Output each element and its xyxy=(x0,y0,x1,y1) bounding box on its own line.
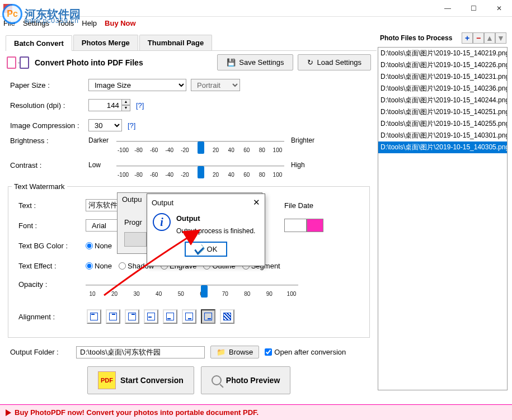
compression-select[interactable]: 30 xyxy=(88,119,122,131)
file-item[interactable]: D:\tools\桌面\图片\2019-10-15_140305.png xyxy=(378,141,507,153)
app-icon xyxy=(3,4,12,13)
titlebar: — ☐ ✕ xyxy=(0,0,512,17)
align-ml[interactable] xyxy=(144,309,158,324)
file-item[interactable]: D:\tools\桌面\图片\2019-10-15_140231.png xyxy=(378,71,507,83)
maximize-button[interactable]: ☐ xyxy=(461,0,486,17)
dpi-down[interactable]: ▼ xyxy=(121,105,130,111)
file-item[interactable]: D:\tools\桌面\图片\2019-10-15_140236.png xyxy=(378,83,507,95)
menu-buy-now[interactable]: Buy Now xyxy=(105,19,136,27)
file-list-title: Photo Files to Process xyxy=(380,34,452,42)
menubar: File Settings Tools Help Buy Now xyxy=(0,17,512,29)
opacity-slider[interactable] xyxy=(86,285,298,286)
output-folder-input[interactable] xyxy=(76,346,205,358)
paper-size-select[interactable]: Image Size xyxy=(88,79,186,91)
file-date-label: File Date xyxy=(284,201,313,210)
resolution-input[interactable] xyxy=(88,99,122,111)
move-up-button[interactable]: ▲ xyxy=(484,32,495,44)
main-tabs: Batch Convert Photos Merge Thumbnail Pag… xyxy=(6,35,377,51)
pdf-icon: PDF xyxy=(98,371,116,389)
footer-text: Buy PhotoPDF now! Convert your photos in… xyxy=(15,408,259,417)
add-file-button[interactable]: + xyxy=(462,32,473,44)
bgcolor-none-radio[interactable]: None xyxy=(86,242,112,250)
remove-file-button[interactable]: − xyxy=(473,32,484,44)
tab-thumbnail-page[interactable]: Thumbnail Page xyxy=(139,35,212,50)
align-bl[interactable] xyxy=(163,309,177,324)
alignment-label: Alignment : xyxy=(18,313,86,321)
dialog-message: Output process is finished. xyxy=(176,227,255,235)
menu-settings[interactable]: Settings xyxy=(23,19,49,27)
compression-label: Image Compression : xyxy=(10,121,88,130)
tab-batch-convert[interactable]: Batch Convert xyxy=(6,35,72,51)
font-label: Font : xyxy=(18,221,86,230)
text-label: Text : xyxy=(18,201,86,210)
contrast-min-label: Low xyxy=(88,161,116,169)
contrast-slider[interactable] xyxy=(116,166,284,167)
filedate-color-swatch[interactable] xyxy=(284,219,307,232)
paper-size-label: Paper Size : xyxy=(10,81,88,89)
file-list[interactable]: D:\tools\桌面\图片\2019-10-15_140219.pngD:\t… xyxy=(378,47,508,390)
section-icon: → xyxy=(7,56,29,69)
file-item[interactable]: D:\tools\桌面\图片\2019-10-15_140244.png xyxy=(378,95,507,106)
folder-icon: 📁 xyxy=(217,348,226,356)
contrast-max-label: High xyxy=(291,161,305,169)
file-item[interactable]: D:\tools\桌面\图片\2019-10-15_140251.png xyxy=(378,106,507,118)
file-item[interactable]: D:\tools\桌面\图片\2019-10-15_140255.png xyxy=(378,118,507,130)
brightness-slider[interactable] xyxy=(116,141,284,143)
watermark-legend: Text Watermark xyxy=(12,182,67,191)
outer-dialog-button[interactable] xyxy=(124,232,147,247)
align-tile[interactable] xyxy=(220,309,234,324)
menu-tools[interactable]: Tools xyxy=(57,19,74,27)
opacity-ticks: 102030405060708090100 xyxy=(86,291,298,297)
dialog-heading: Output xyxy=(176,214,255,223)
bgcolor-label: Text BG Color : xyxy=(18,242,86,250)
output-folder-label: Output Folder : xyxy=(10,348,71,356)
dialog-ok-button[interactable]: OK xyxy=(185,242,228,257)
effect-label: Text Effect : xyxy=(18,262,86,270)
align-bc[interactable] xyxy=(182,309,196,324)
brightness-thumb[interactable] xyxy=(198,141,204,154)
dialog-close-icon[interactable]: ✕ xyxy=(253,197,260,207)
close-button[interactable]: ✕ xyxy=(486,0,512,17)
minimize-button[interactable]: — xyxy=(435,0,461,17)
save-icon: 💾 xyxy=(227,58,236,67)
resolution-label: Resolution (dpi) : xyxy=(10,101,88,110)
contrast-label: Contrast : xyxy=(10,161,88,169)
menu-help[interactable]: Help xyxy=(82,19,97,27)
file-item[interactable]: D:\tools\桌面\图片\2019-10-15_140226.png xyxy=(378,59,507,71)
save-settings-button[interactable]: 💾Save Settings xyxy=(217,54,293,70)
orientation-select[interactable]: Portrait xyxy=(191,79,240,91)
load-icon: ↻ xyxy=(307,58,313,67)
dialog-title: Output xyxy=(152,199,173,207)
align-tr[interactable] xyxy=(125,309,139,324)
resolution-help[interactable]: [?] xyxy=(136,101,144,110)
brightness-label: Brightness : xyxy=(10,136,88,145)
file-item[interactable]: D:\tools\桌面\图片\2019-10-15_140219.png xyxy=(378,48,507,59)
align-tl[interactable] xyxy=(87,309,101,324)
browse-button[interactable]: 📁Browse xyxy=(210,346,259,358)
opacity-thumb[interactable] xyxy=(201,285,208,298)
footer-banner[interactable]: Buy PhotoPDF now! Convert your photos in… xyxy=(0,404,512,420)
output-finished-dialog: Output ✕ i Output Output process is fini… xyxy=(147,194,265,266)
dpi-up[interactable]: ▲ xyxy=(121,99,130,105)
menu-file[interactable]: File xyxy=(3,19,15,27)
tab-photos-merge[interactable]: Photos Merge xyxy=(73,35,138,50)
align-tc[interactable] xyxy=(106,309,120,324)
file-item[interactable]: D:\tools\桌面\图片\2019-10-15_140301.png xyxy=(378,130,507,141)
contrast-thumb[interactable] xyxy=(198,166,204,178)
open-after-checkbox[interactable]: Open after conversion xyxy=(265,348,346,356)
load-settings-button[interactable]: ↻Load Settings xyxy=(298,54,371,70)
check-icon xyxy=(194,244,204,254)
compression-help[interactable]: [?] xyxy=(128,121,135,130)
brightness-max-label: Brighter xyxy=(291,136,314,144)
start-conversion-button[interactable]: PDFStart Conversion xyxy=(87,366,194,394)
opacity-label: Opacity : xyxy=(18,280,86,289)
section-title: Convert Photo into PDF Files xyxy=(35,58,143,67)
info-icon: i xyxy=(153,213,171,231)
effect-none-radio[interactable]: None xyxy=(86,262,112,270)
footer-arrow-icon xyxy=(6,409,11,416)
filedate-color-pink[interactable] xyxy=(307,219,323,232)
photo-preview-button[interactable]: Photo Preview xyxy=(201,366,290,394)
brightness-min-label: Darker xyxy=(88,136,116,144)
align-br[interactable] xyxy=(201,309,215,324)
move-down-button[interactable]: ▼ xyxy=(495,32,506,44)
